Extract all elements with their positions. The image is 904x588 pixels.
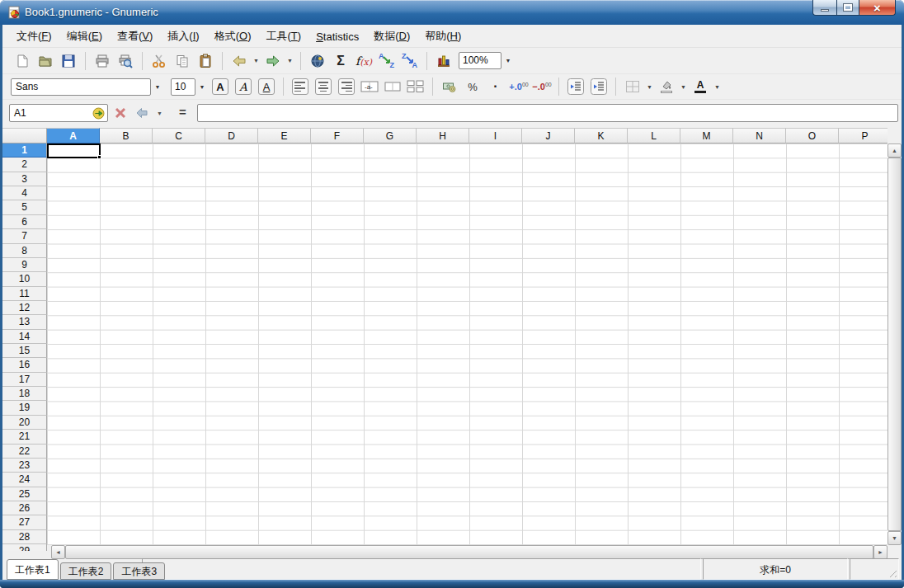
row-header-2[interactable]: 2	[2, 158, 47, 172]
scroll-right-button[interactable]: ►	[873, 545, 888, 559]
column-header-O[interactable]: O	[786, 128, 839, 143]
menu-help[interactable]: 帮助(H)	[417, 26, 468, 46]
menu-data[interactable]: 数据(D)	[366, 26, 417, 46]
save-button[interactable]	[57, 50, 80, 72]
insert-chart-button[interactable]	[432, 50, 455, 72]
row-header-20[interactable]: 20	[2, 416, 47, 430]
column-header-C[interactable]: C	[153, 128, 205, 143]
new-document-button[interactable]	[11, 50, 34, 72]
decrease-indent-button[interactable]	[564, 76, 587, 97]
redo-dropdown[interactable]: ▼	[285, 50, 295, 72]
row-header-17[interactable]: 17	[2, 373, 47, 387]
function-button[interactable]: f(x)	[352, 50, 375, 72]
column-header-F[interactable]: F	[311, 128, 364, 143]
column-header-I[interactable]: I	[469, 128, 522, 143]
row-header-27[interactable]: 27	[2, 515, 47, 529]
font-size-input[interactable]: 10	[171, 78, 195, 96]
close-button[interactable]: ×	[859, 0, 896, 16]
money-format-button[interactable]	[438, 76, 461, 97]
percent-format-button[interactable]: %	[461, 76, 484, 97]
column-header-A[interactable]: A	[47, 128, 100, 143]
align-right-button[interactable]	[335, 76, 358, 97]
cancel-edit-button[interactable]	[111, 104, 129, 122]
row-header-5[interactable]: 5	[2, 200, 47, 214]
row-header-15[interactable]: 15	[2, 344, 47, 358]
row-header-26[interactable]: 26	[2, 501, 47, 515]
row-header-1[interactable]: 1	[2, 143, 47, 158]
scroll-down-button[interactable]: ▼	[888, 531, 902, 545]
open-button[interactable]	[34, 50, 57, 72]
bold-button[interactable]: A	[209, 76, 232, 97]
merge-cells-button[interactable]	[381, 76, 404, 97]
undo-dropdown[interactable]: ▼	[251, 50, 261, 72]
column-header-P[interactable]: P	[839, 128, 888, 143]
row-header-25[interactable]: 25	[2, 487, 47, 501]
decrease-decimals-button[interactable]: −.000	[530, 76, 553, 97]
row-header-21[interactable]: 21	[2, 430, 47, 444]
row-header-7[interactable]: 7	[2, 229, 47, 243]
increase-indent-button[interactable]	[587, 76, 610, 97]
resize-grip-icon[interactable]	[887, 567, 897, 577]
font-name-dropdown[interactable]: ▼	[151, 78, 164, 96]
undo-button[interactable]	[228, 50, 251, 72]
row-header-12[interactable]: 12	[2, 301, 47, 315]
column-header-J[interactable]: J	[522, 128, 575, 143]
print-preview-button[interactable]	[114, 50, 137, 72]
menu-statistics[interactable]: Statistics	[308, 28, 366, 45]
column-header-G[interactable]: G	[364, 128, 417, 143]
accept-edit-button[interactable]	[133, 104, 151, 122]
menu-tools[interactable]: 工具(T)	[258, 26, 308, 46]
underline-button[interactable]: A	[255, 76, 278, 97]
column-header-E[interactable]: E	[258, 128, 311, 143]
row-header-3[interactable]: 3	[2, 172, 47, 186]
title-bar[interactable]: Book1.gnumeric - Gnumeric ×	[0, 0, 904, 25]
font-color-dropdown[interactable]: ▼	[712, 76, 723, 97]
copy-button[interactable]	[171, 50, 194, 72]
maximize-button[interactable]	[836, 0, 859, 16]
zoom-dropdown[interactable]: ▼	[501, 52, 515, 69]
column-header-D[interactable]: D	[205, 128, 258, 143]
font-color-button[interactable]: A	[689, 76, 712, 97]
horizontal-scrollbar[interactable]: ◄ ►	[51, 545, 888, 559]
select-all-corner[interactable]	[2, 128, 47, 143]
sum-button[interactable]: Σ	[329, 50, 352, 72]
minimize-button[interactable]	[812, 0, 837, 16]
align-left-button[interactable]	[289, 76, 312, 97]
redo-button[interactable]	[261, 50, 285, 72]
sort-ascending-button[interactable]: A Z	[375, 50, 398, 72]
center-across-selection-button[interactable]: -a-	[358, 76, 381, 97]
menu-file[interactable]: 文件(F)	[9, 26, 59, 46]
align-center-button[interactable]	[312, 76, 335, 97]
font-size-dropdown[interactable]: ▼	[195, 78, 209, 96]
paste-button[interactable]	[194, 50, 217, 72]
vertical-scrollbar[interactable]: ▲ ▼	[888, 143, 902, 545]
sheet-tab-工作表3[interactable]: 工作表3	[113, 562, 165, 580]
row-header-23[interactable]: 23	[2, 459, 47, 473]
row-header-28[interactable]: 28	[2, 530, 47, 544]
menu-insert[interactable]: 插入(I)	[160, 26, 206, 46]
cell-reference-box[interactable]: A1	[9, 104, 108, 122]
menu-view[interactable]: 查看(V)	[110, 26, 160, 46]
menu-edit[interactable]: 编辑(E)	[59, 26, 110, 46]
row-header-18[interactable]: 18	[2, 387, 47, 401]
vertical-scroll-thumb[interactable]	[888, 158, 902, 531]
row-header-4[interactable]: 4	[2, 186, 47, 200]
column-header-H[interactable]: H	[417, 128, 469, 143]
formula-input[interactable]	[197, 104, 898, 122]
row-header-9[interactable]: 9	[2, 258, 47, 272]
scroll-left-button[interactable]: ◄	[51, 545, 65, 559]
jump-to-cell-icon[interactable]	[92, 107, 105, 120]
font-name-input[interactable]: Sans	[11, 78, 151, 96]
borders-button[interactable]	[621, 76, 644, 97]
sheet-tab-工作表1[interactable]: 工作表1	[7, 559, 59, 580]
row-header-11[interactable]: 11	[2, 287, 47, 301]
scroll-up-button[interactable]: ▲	[888, 143, 902, 158]
column-header-K[interactable]: K	[575, 128, 628, 143]
cells-area[interactable]	[47, 143, 888, 545]
row-header-8[interactable]: 8	[2, 244, 47, 258]
hyperlink-button[interactable]	[306, 50, 329, 72]
split-cells-button[interactable]	[404, 76, 427, 97]
row-header-16[interactable]: 16	[2, 358, 47, 372]
zoom-input[interactable]: 100%	[459, 52, 501, 69]
background-color-button[interactable]	[655, 76, 678, 97]
